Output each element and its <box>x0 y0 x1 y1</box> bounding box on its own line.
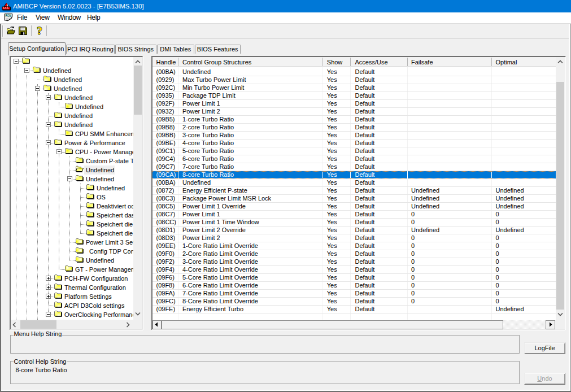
svg-text:?: ? <box>37 25 42 37</box>
svg-text:ROM: ROM <box>5 14 11 18</box>
